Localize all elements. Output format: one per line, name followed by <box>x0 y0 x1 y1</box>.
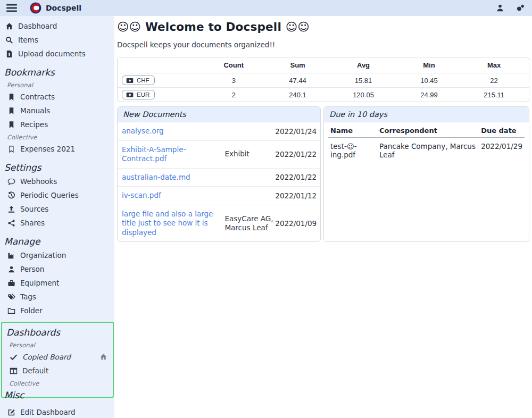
section-title-manage: Manage <box>4 236 110 247</box>
stats-row-chf: CHF 3 47.44 15.81 10.45 22 <box>118 73 529 88</box>
sidebar-item-label: Organization <box>20 251 66 260</box>
briefcase-icon <box>7 279 15 287</box>
table-columns-icon <box>10 367 18 375</box>
due-correspondent: Pancake Company, Marcus Leaf <box>377 138 479 164</box>
document-date: 2022/01/09 <box>275 219 317 228</box>
due-document-link[interactable]: test-☺-ing.pdf <box>328 138 377 164</box>
sidebar-item-sources[interactable]: Sources <box>0 202 114 216</box>
document-link[interactable]: Exhibit-A-Sample-Contract.pdf <box>122 145 225 164</box>
sidebar-item-label: Webhooks <box>20 177 57 186</box>
stats-header-min: Min <box>399 57 459 73</box>
person-icon <box>7 265 15 273</box>
sidebar-item-label: Contracts <box>20 93 55 101</box>
due-row: test-☺-ing.pdf Pancake Company, Marcus L… <box>328 138 525 164</box>
stats-table: Count Sum Avg Min Max CHF <box>118 57 529 102</box>
history-icon <box>7 191 15 199</box>
user-icon[interactable] <box>496 4 504 12</box>
sidebar-item-label: Default <box>22 366 48 375</box>
bookmark-icon <box>7 121 15 129</box>
sidebar-item-person[interactable]: Person <box>0 262 114 276</box>
search-icon <box>5 36 13 44</box>
document-link[interactable]: australian-date.md <box>122 173 225 182</box>
sidebar-item-periodic-queries[interactable]: Periodic Queries <box>0 188 114 202</box>
stats-header-count: Count <box>200 57 268 73</box>
file-upload-icon <box>5 50 13 58</box>
sidebar-item-label: Folder <box>20 306 43 315</box>
sidebar-item-copied-board[interactable]: Copied Board <box>2 350 113 364</box>
bookmark-outline-icon <box>7 145 15 153</box>
stats-header-max: Max <box>459 57 529 73</box>
sidebar-item-label: Sources <box>20 205 48 213</box>
sidebar-item-webhooks[interactable]: Webhooks <box>0 174 114 188</box>
stats-cell: 10.45 <box>399 73 459 88</box>
document-row: large file and also a large title just t… <box>118 205 320 242</box>
stats-cell: 15.81 <box>328 73 399 88</box>
document-row: australian-date.md 2022/01/22 <box>118 168 320 187</box>
sidebar-item-label: Copied Board <box>22 353 71 361</box>
currency-badge-eur[interactable]: EUR <box>122 90 155 99</box>
sidebar-item-equipment[interactable]: Equipment <box>0 276 114 290</box>
sidebar-item-contracts[interactable]: Contracts <box>0 90 114 104</box>
sidebar-item-recipes[interactable]: Recipes <box>0 118 114 131</box>
stats-cell: 2 <box>200 88 268 102</box>
document-link[interactable]: analyse.org <box>122 127 225 136</box>
currency-label: EUR <box>137 91 149 98</box>
sidebar-item-dashboard[interactable]: Dasbhoard <box>0 19 114 33</box>
stats-cell: 47.44 <box>268 73 328 88</box>
bookmark-icon <box>7 93 15 101</box>
document-info: EasyCare AG, Marcus Leaf <box>225 214 275 233</box>
sidebar-item-items[interactable]: Items <box>0 33 114 47</box>
sidebar-item-upload-documents[interactable]: Upload documents <box>0 47 114 61</box>
sidebar-item-label: Edit Dashboard <box>20 408 76 416</box>
sidebar-item-label: Expenses 2021 <box>20 145 75 153</box>
default-dashboard-home-icon[interactable] <box>99 353 107 361</box>
document-row: analyse.org 2022/01/24 <box>118 122 320 140</box>
document-row: Exhibit-A-Sample-Contract.pdf Exhibit 20… <box>118 140 320 168</box>
currency-label: CHF <box>137 77 149 83</box>
sidebar-item-default-board[interactable]: Default <box>2 364 113 378</box>
docspell-logo-icon[interactable] <box>30 2 41 14</box>
pen-square-icon <box>7 408 15 416</box>
stats-header-currency <box>118 57 200 73</box>
document-date: 2022/01/12 <box>275 191 317 200</box>
group-label-personal: Personal <box>2 339 113 350</box>
section-title-dashboards: Dashboards <box>6 327 109 338</box>
gears-icon[interactable] <box>516 4 525 12</box>
sidebar-item-tags[interactable]: Tags <box>0 290 114 304</box>
sidebar-item-shares[interactable]: Shares <box>0 216 114 230</box>
stats-cell: 3 <box>200 73 268 88</box>
stats-cell: 24.99 <box>399 88 459 102</box>
page-subtitle: Docspell keeps your documents organized!… <box>117 40 529 49</box>
stats-panel: Count Sum Avg Min Max CHF <box>117 57 529 102</box>
home-icon <box>5 22 13 30</box>
document-date: 2022/01/22 <box>275 150 317 158</box>
due-date: 2022/01/29 <box>479 138 525 164</box>
document-link[interactable]: iv-scan.pdf <box>122 191 225 200</box>
dashboards-highlight-box: Dashboards Personal Copied Board Default… <box>1 322 114 398</box>
group-label-personal: Personal <box>0 79 114 90</box>
document-link[interactable]: large file and also a large title just t… <box>122 210 225 238</box>
main-content: ☺☺ Welcome to Docspell ☺☺ Docspell keeps… <box>114 16 532 418</box>
stats-cell: 240.1 <box>268 88 328 102</box>
new-documents-title: New Documents <box>118 107 320 122</box>
group-label-collective: Collective <box>0 131 114 142</box>
sidebar-item-organization[interactable]: Organization <box>0 248 114 262</box>
currency-badge-chf[interactable]: CHF <box>122 76 155 85</box>
stats-cell: 215.11 <box>459 88 529 102</box>
sidebar-item-folder[interactable]: Folder <box>0 304 114 317</box>
top-navbar: Docspell <box>0 0 532 16</box>
sidebar-item-label: Periodic Queries <box>20 191 79 199</box>
menu-button[interactable] <box>5 2 18 14</box>
sidebar-item-manuals[interactable]: Manuals <box>0 104 114 118</box>
industry-icon <box>7 252 15 260</box>
sidebar-item-label: Equipment <box>20 279 59 287</box>
stats-header-sum: Sum <box>268 57 328 73</box>
sidebar-item-label: Tags <box>20 292 36 301</box>
sidebar-item-label: Upload documents <box>18 49 86 58</box>
section-title-bookmarks: Bookmarks <box>4 67 110 78</box>
document-date: 2022/01/24 <box>275 127 317 136</box>
sidebar-item-expenses-2021[interactable]: Expenses 2021 <box>0 142 114 156</box>
due-panel: Due in 10 days Name Correspondent Due da… <box>323 106 529 242</box>
document-row: iv-scan.pdf 2022/01/12 <box>118 186 320 205</box>
sidebar-item-edit-dashboard[interactable]: Edit Dashboard <box>0 405 114 418</box>
